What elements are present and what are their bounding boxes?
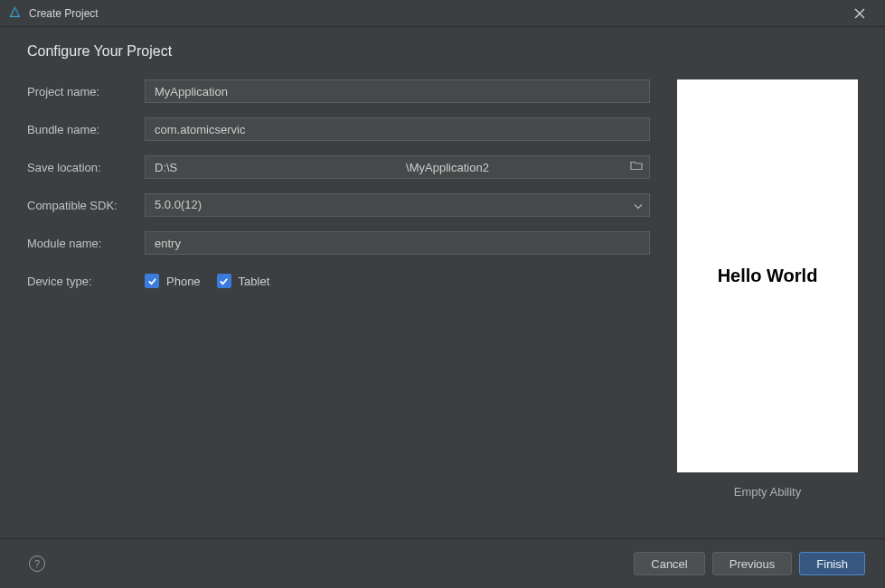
row-save-location: Save location: bbox=[27, 155, 650, 179]
help-button[interactable]: ? bbox=[29, 555, 45, 572]
preview-caption: Empty Ability bbox=[734, 485, 801, 499]
project-name-input[interactable] bbox=[145, 79, 650, 103]
compatible-sdk-label: Compatible SDK: bbox=[27, 199, 145, 212]
project-name-label: Project name: bbox=[27, 85, 145, 98]
compatible-sdk-value: 5.0.0(12) bbox=[155, 198, 202, 211]
checkbox-checked-icon bbox=[217, 274, 231, 288]
device-type-tablet-checkbox[interactable]: Tablet bbox=[217, 274, 270, 288]
row-project-name: Project name: bbox=[27, 79, 650, 103]
checkbox-checked-icon bbox=[145, 274, 159, 288]
page-title: Configure Your Project bbox=[27, 43, 858, 60]
close-icon bbox=[854, 8, 865, 19]
finish-button[interactable]: Finish bbox=[799, 552, 865, 575]
preview-content-text: Hello World bbox=[718, 266, 818, 286]
folder-icon bbox=[630, 161, 643, 172]
device-type-phone-label: Phone bbox=[166, 275, 201, 288]
cancel-button[interactable]: Cancel bbox=[634, 552, 704, 575]
app-logo-icon bbox=[7, 6, 22, 21]
browse-folder-button[interactable] bbox=[630, 161, 643, 174]
footer: ? Cancel Previous Finish bbox=[0, 538, 885, 588]
window-close-button[interactable] bbox=[842, 1, 878, 26]
bundle-name-input[interactable] bbox=[145, 117, 650, 141]
device-type-phone-checkbox[interactable]: Phone bbox=[145, 274, 201, 288]
device-type-label: Device type: bbox=[27, 275, 145, 288]
preview-column: Hello World Empty Ability bbox=[677, 79, 858, 499]
row-compatible-sdk: Compatible SDK: 5.0.0(12) bbox=[27, 193, 650, 217]
window-title: Create Project bbox=[29, 7, 842, 20]
row-device-type: Device type: Phone bbox=[27, 269, 650, 293]
compatible-sdk-select[interactable]: 5.0.0(12) bbox=[145, 193, 650, 217]
project-form: Project name: Bundle name: Save location… bbox=[27, 79, 677, 499]
device-type-tablet-label: Tablet bbox=[239, 275, 270, 288]
preview-frame: Hello World bbox=[677, 79, 858, 472]
row-bundle-name: Bundle name: bbox=[27, 117, 650, 141]
save-location-input[interactable] bbox=[145, 155, 650, 179]
previous-button[interactable]: Previous bbox=[712, 552, 793, 575]
module-name-input[interactable] bbox=[145, 231, 650, 255]
bundle-name-label: Bundle name: bbox=[27, 123, 145, 136]
content-area: Configure Your Project Project name: Bun… bbox=[0, 27, 885, 538]
titlebar: Create Project bbox=[0, 0, 885, 27]
help-icon: ? bbox=[34, 558, 40, 569]
module-name-label: Module name: bbox=[27, 237, 145, 250]
row-module-name: Module name: bbox=[27, 231, 650, 255]
save-location-label: Save location: bbox=[27, 161, 145, 174]
